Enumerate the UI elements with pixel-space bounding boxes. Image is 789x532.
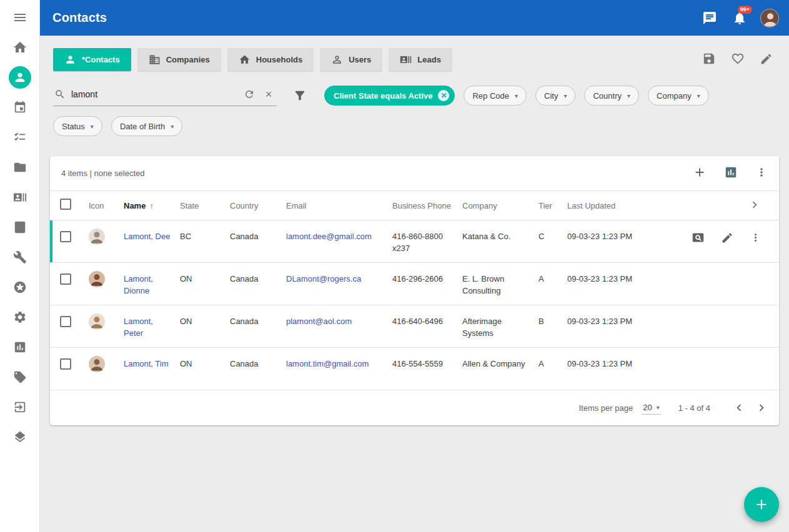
refresh-icon	[244, 89, 255, 100]
sidebar-item-featured[interactable]	[7, 275, 32, 300]
tab-contacts[interactable]: *Contacts	[53, 48, 131, 71]
remove-filter-icon[interactable]: ✕	[438, 90, 449, 101]
chart-view-button[interactable]	[724, 165, 738, 181]
clear-search-button[interactable]: ×	[262, 87, 275, 101]
items-per-page-select[interactable]: 20▾	[642, 401, 661, 415]
column-header-icon[interactable]: Icon	[89, 200, 124, 212]
sidebar-item-contact-cards[interactable]	[7, 185, 32, 210]
sidebar-item-calendar[interactable]	[7, 95, 32, 120]
contact-email-link[interactable]: lamont.dee@gmail.com	[286, 232, 372, 241]
contact-name-link[interactable]: Lamont, Dionne	[124, 274, 153, 295]
sidebar-item-tags[interactable]	[7, 365, 32, 390]
exit-icon	[13, 400, 27, 414]
cell-updated: 09-03-23 1:23 PM	[567, 358, 661, 370]
column-header-company[interactable]: Company	[462, 200, 538, 212]
contact-email-link[interactable]: plamont@aol.com	[286, 317, 352, 326]
column-header-tier[interactable]: Tier	[538, 200, 567, 212]
column-header-country[interactable]: Country	[230, 200, 286, 212]
contacts-icon	[13, 71, 27, 84]
previous-page-button[interactable]	[728, 397, 750, 419]
column-header-last-updated[interactable]: Last Updated	[567, 200, 661, 212]
sidebar-item-settings[interactable]	[7, 305, 32, 330]
cell-company: E. L. Brown Consulting	[462, 273, 538, 297]
row-checkbox[interactable]	[60, 358, 71, 370]
preview-button[interactable]	[692, 231, 705, 246]
cell-tier: C	[538, 230, 567, 242]
filter-chip-date-of-birth[interactable]: Date of Birth▾	[111, 116, 182, 136]
tab-companies[interactable]: Companies	[137, 48, 221, 71]
tab-users[interactable]: Users	[320, 48, 382, 71]
add-contact-fab[interactable]	[744, 487, 779, 522]
filter-chip-rep-code[interactable]: Rep Code▾	[464, 86, 527, 106]
save-icon	[702, 52, 716, 66]
sidebar-item-layers[interactable]	[7, 425, 32, 450]
column-header-email[interactable]: Email	[286, 200, 392, 212]
row-checkbox[interactable]	[60, 273, 71, 285]
column-header-state[interactable]: State	[180, 200, 230, 212]
filter-chip-status[interactable]: Status▾	[53, 116, 102, 136]
active-indicator	[9, 66, 31, 89]
cell-tier: A	[538, 273, 567, 285]
contact-avatar	[89, 271, 105, 287]
sidebar-item-billing[interactable]: $	[7, 215, 32, 240]
contact-email-link[interactable]: lamont.tim@gmail.com	[286, 359, 369, 368]
tag-icon	[13, 370, 27, 384]
table-row[interactable]: Lamont, Peter ON Canada plamont@aol.com …	[50, 305, 779, 348]
topbar-actions: 99+	[697, 5, 783, 31]
chat-button[interactable]	[697, 5, 723, 31]
building-icon	[149, 54, 161, 66]
refresh-button[interactable]	[242, 87, 256, 101]
cell-company: Afterimage Systems	[462, 315, 538, 339]
list-more-button[interactable]	[755, 166, 768, 180]
contact-name-link[interactable]: Lamont, Tim	[124, 359, 169, 368]
filter-chip-company[interactable]: Company▾	[648, 86, 709, 106]
cell-updated: 09-03-23 1:23 PM	[567, 315, 661, 327]
topbar: Contacts 99+	[40, 0, 789, 36]
table-row[interactable]: Lamont, Dionne ON Canada DLamont@rogers.…	[50, 263, 779, 305]
row-checkbox[interactable]	[60, 231, 71, 242]
notifications-button[interactable]: 99+	[727, 5, 753, 31]
select-all-checkbox[interactable]	[60, 199, 71, 210]
sidebar-item-tasks[interactable]	[7, 125, 32, 150]
sidebar-item-documents[interactable]	[7, 155, 32, 180]
sidebar-item-exit[interactable]	[7, 395, 32, 420]
sidebar-item-contacts[interactable]	[7, 65, 32, 90]
contact-avatar	[89, 313, 105, 330]
chevron-down-icon: ▾	[171, 123, 174, 130]
column-header-name[interactable]: Name↑	[124, 200, 180, 212]
column-header-business-phone[interactable]: Business Phone	[392, 200, 462, 212]
chevron-left-icon	[732, 401, 746, 415]
sidebar-item-home[interactable]	[7, 35, 32, 60]
row-checkbox[interactable]	[60, 316, 71, 327]
filter-chip-country[interactable]: Country▾	[584, 86, 639, 106]
tab-leads[interactable]: Leads	[389, 48, 452, 71]
search-field: ×	[53, 85, 277, 106]
active-filter-chip[interactable]: Client State equals Active ✕	[324, 86, 455, 106]
next-page-button[interactable]	[750, 397, 773, 419]
edit-row-button[interactable]	[721, 232, 733, 246]
contact-name-link[interactable]: Lamont, Peter	[124, 317, 153, 338]
sidebar-item-reports[interactable]	[7, 335, 32, 360]
filter-chip-city[interactable]: City▾	[535, 86, 575, 106]
save-view-button[interactable]	[702, 52, 716, 67]
table-row[interactable]: Lamont, Dee BC Canada lamont.dee@gmail.c…	[50, 220, 779, 263]
folder-icon	[13, 160, 27, 174]
table-row[interactable]: Lamont, Tim ON Canada lamont.tim@gmail.c…	[50, 348, 779, 390]
scroll-columns-right-button[interactable]	[748, 198, 762, 214]
account-button[interactable]	[757, 5, 783, 31]
search-input[interactable]	[71, 89, 237, 99]
tab-households[interactable]: Households	[227, 48, 314, 71]
filter-row-2: Status▾ Date of Birth▾	[53, 116, 779, 136]
cell-phone: 416-640-6496	[392, 315, 462, 327]
tasks-icon	[13, 131, 27, 144]
sidebar-item-tools[interactable]	[7, 245, 32, 270]
contact-name-link[interactable]: Lamont, Dee	[124, 232, 170, 241]
plus-icon	[693, 165, 707, 179]
favorite-button[interactable]	[731, 52, 745, 67]
add-column-button[interactable]	[693, 165, 707, 181]
contact-email-link[interactable]: DLamont@rogers.ca	[286, 274, 361, 283]
row-more-button[interactable]	[750, 232, 762, 245]
menu-button[interactable]	[7, 5, 32, 30]
edit-view-button[interactable]	[760, 52, 773, 67]
filter-button[interactable]	[290, 86, 309, 105]
